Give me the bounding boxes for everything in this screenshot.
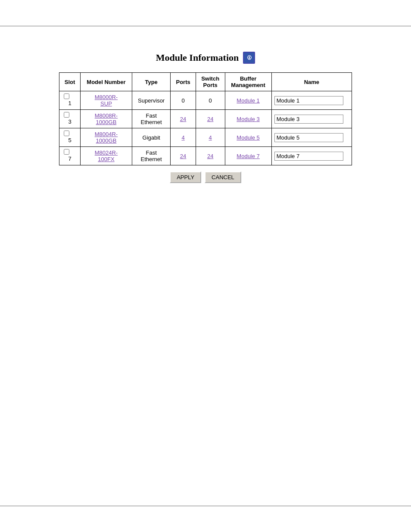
ports-link[interactable]: 24 xyxy=(180,116,186,122)
table-header-row: Slot Model Number Type Ports SwitchPorts… xyxy=(59,73,352,91)
table-row: 3M8008R-1000GBFastEthernet2424Module 3 xyxy=(59,110,352,128)
model-link[interactable]: M8000R-SUP xyxy=(95,94,118,107)
name-input[interactable] xyxy=(274,115,343,124)
type-cell: Gigabit xyxy=(132,128,171,147)
slot-cell: 1 xyxy=(59,91,81,110)
name-input[interactable] xyxy=(274,133,343,142)
help-icon-button[interactable]: 🛈 xyxy=(243,52,255,64)
name-input[interactable] xyxy=(274,152,343,161)
name-input[interactable] xyxy=(274,96,343,105)
buffer-mgmt-cell: Module 5 xyxy=(225,128,271,147)
help-icon-label: 🛈 xyxy=(247,56,252,60)
model-link[interactable]: M8024R-100FX xyxy=(95,149,118,162)
header-slot: Slot xyxy=(59,73,81,91)
type-cell: FastEthernet xyxy=(132,147,171,165)
table-row: 1M8000R-SUPSupervisor00Module 1 xyxy=(59,91,352,110)
buttons-row: APPLY CANCEL xyxy=(170,171,241,183)
ports-link[interactable]: 4 xyxy=(181,134,184,141)
name-cell xyxy=(271,128,352,147)
model-cell: M8000R-SUP xyxy=(81,91,132,110)
slot-number: 3 xyxy=(64,118,76,125)
buffer-mgmt-link[interactable]: Module 7 xyxy=(237,153,259,159)
model-link[interactable]: M8004R-1000GB xyxy=(95,131,118,144)
slot-number: 7 xyxy=(64,156,76,162)
slot-cell: 5 xyxy=(59,128,81,147)
title-row: Module Information 🛈 xyxy=(156,52,255,64)
header-switch-ports: SwitchPorts xyxy=(196,73,225,91)
header-model-number: Model Number xyxy=(81,73,132,91)
switch-ports-cell: 0 xyxy=(196,91,225,110)
slot-number: 1 xyxy=(64,100,76,106)
buffer-mgmt-cell: Module 3 xyxy=(225,110,271,128)
name-cell xyxy=(271,147,352,165)
slot-cell: 7 xyxy=(59,147,81,165)
slot-checkbox-7[interactable] xyxy=(64,149,69,155)
slot-checkbox-1[interactable] xyxy=(64,93,69,99)
table-row: 5M8004R-1000GBGigabit44Module 5 xyxy=(59,128,352,147)
slot-checkbox-5[interactable] xyxy=(64,131,69,136)
bottom-border xyxy=(0,506,411,506)
header-buffer-management: BufferManagement xyxy=(225,73,271,91)
model-cell: M8004R-1000GB xyxy=(81,128,132,147)
buffer-mgmt-cell: Module 7 xyxy=(225,147,271,165)
name-cell xyxy=(271,91,352,110)
cancel-button[interactable]: CANCEL xyxy=(205,171,241,183)
model-cell: M8024R-100FX xyxy=(81,147,132,165)
slot-checkbox-3[interactable] xyxy=(64,112,69,118)
name-cell xyxy=(271,110,352,128)
ports-link[interactable]: 24 xyxy=(180,153,186,159)
switch-ports-cell: 4 xyxy=(196,128,225,147)
module-table: Slot Model Number Type Ports SwitchPorts… xyxy=(59,72,352,165)
switch-ports-link[interactable]: 24 xyxy=(207,116,213,122)
buffer-mgmt-link[interactable]: Module 3 xyxy=(237,116,259,122)
ports-cell: 24 xyxy=(171,110,196,128)
main-content: Module Information 🛈 Slot Model Number T… xyxy=(0,0,411,235)
type-cell: FastEthernet xyxy=(132,110,171,128)
switch-ports-link[interactable]: 24 xyxy=(207,153,213,159)
switch-ports-cell: 24 xyxy=(196,110,225,128)
ports-cell: 4 xyxy=(171,128,196,147)
switch-ports-cell: 24 xyxy=(196,147,225,165)
buffer-mgmt-cell: Module 1 xyxy=(225,91,271,110)
model-link[interactable]: M8008R-1000GB xyxy=(95,112,118,125)
header-name: Name xyxy=(271,73,352,91)
buffer-mgmt-link[interactable]: Module 1 xyxy=(237,97,259,104)
ports-cell: 0 xyxy=(171,91,196,110)
slot-cell: 3 xyxy=(59,110,81,128)
header-ports: Ports xyxy=(171,73,196,91)
apply-button[interactable]: APPLY xyxy=(170,171,201,183)
ports-cell: 24 xyxy=(171,147,196,165)
buffer-mgmt-link[interactable]: Module 5 xyxy=(237,134,259,141)
switch-ports-link[interactable]: 4 xyxy=(209,134,212,141)
page-title: Module Information xyxy=(156,52,239,63)
table-row: 7M8024R-100FXFastEthernet2424Module 7 xyxy=(59,147,352,165)
type-cell: Supervisor xyxy=(132,91,171,110)
model-cell: M8008R-1000GB xyxy=(81,110,132,128)
header-type: Type xyxy=(132,73,171,91)
top-border xyxy=(0,26,411,26)
slot-number: 5 xyxy=(64,137,76,143)
